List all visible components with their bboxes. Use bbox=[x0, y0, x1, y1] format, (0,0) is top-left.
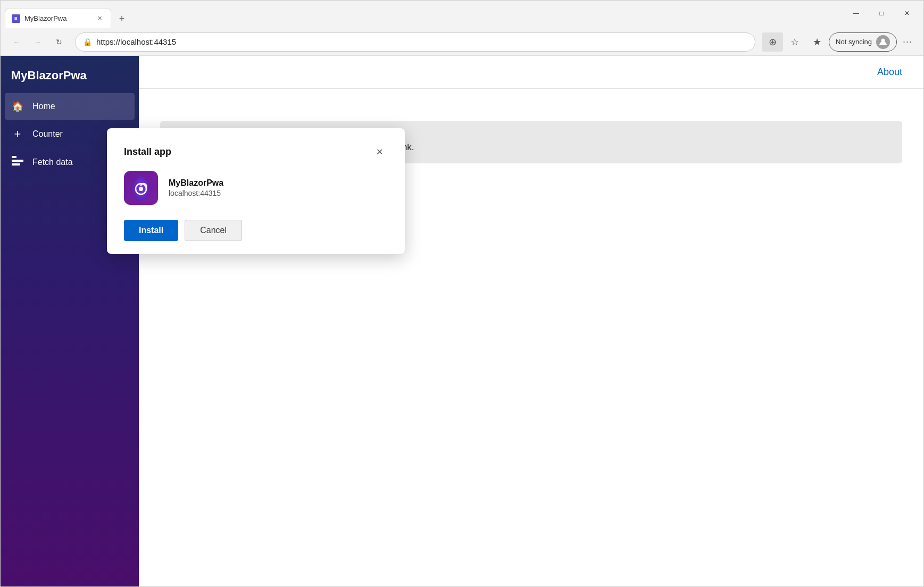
maximize-button[interactable]: □ bbox=[869, 5, 894, 22]
profile-avatar bbox=[876, 35, 890, 49]
not-syncing-label: Not syncing bbox=[836, 38, 872, 46]
app-details: MyBlazorPwa localhost:44315 bbox=[169, 178, 223, 197]
active-tab[interactable]: B MyBlazorPwa ✕ bbox=[5, 8, 111, 28]
tab-bar: B MyBlazorPwa ✕ + bbox=[5, 1, 844, 28]
dialog-app-info: MyBlazorPwa localhost:44315 bbox=[124, 171, 388, 205]
dialog-close-button[interactable]: ✕ bbox=[371, 143, 388, 160]
dialog-actions: Install Cancel bbox=[124, 220, 388, 241]
install-dialog: Install app ✕ bbox=[107, 128, 405, 254]
address-input[interactable]: 🔒 https://localhost:44315 bbox=[75, 32, 755, 52]
minimize-button[interactable]: — bbox=[844, 5, 868, 22]
toolbar-icons: ⊕ ☆ ★ Not syncing ··· bbox=[762, 32, 917, 52]
more-options-button[interactable]: ··· bbox=[898, 32, 917, 52]
forward-button[interactable]: → bbox=[28, 32, 47, 52]
not-syncing-button[interactable]: Not syncing bbox=[829, 32, 897, 52]
install-app-button[interactable]: ⊕ bbox=[762, 32, 783, 52]
tab-favicon: B bbox=[12, 14, 20, 23]
cancel-button[interactable]: Cancel bbox=[185, 220, 242, 241]
refresh-button[interactable]: ↻ bbox=[49, 32, 69, 52]
address-bar: ← → ↻ 🔒 https://localhost:44315 ⊕ ☆ ★ No… bbox=[1, 28, 923, 56]
dialog-app-name: MyBlazorPwa bbox=[169, 178, 223, 188]
favorites-button[interactable]: ☆ bbox=[784, 32, 805, 52]
new-tab-button[interactable]: + bbox=[113, 10, 130, 27]
url-text: https://localhost:44315 bbox=[96, 37, 747, 46]
tab-title: MyBlazorPwa bbox=[24, 14, 90, 22]
svg-point-5 bbox=[139, 187, 143, 191]
title-bar: B MyBlazorPwa ✕ + — □ ✕ bbox=[1, 1, 923, 28]
tab-close-button[interactable]: ✕ bbox=[95, 14, 104, 23]
back-button[interactable]: ← bbox=[7, 32, 26, 52]
install-button[interactable]: Install bbox=[124, 220, 178, 241]
dialog-app-url: localhost:44315 bbox=[169, 189, 223, 197]
browser-window: B MyBlazorPwa ✕ + — □ ✕ ← → ↻ 🔒 https://… bbox=[0, 0, 924, 587]
lock-icon: 🔒 bbox=[83, 38, 92, 46]
app-logo-svg bbox=[126, 173, 156, 203]
collections-button[interactable]: ★ bbox=[806, 32, 828, 52]
dialog-header: Install app ✕ bbox=[124, 143, 388, 160]
app-logo bbox=[124, 171, 158, 205]
close-window-button[interactable]: ✕ bbox=[895, 5, 919, 22]
dialog-title: Install app bbox=[124, 146, 171, 158]
dialog-overlay: Install app ✕ bbox=[1, 56, 923, 586]
window-controls: — □ ✕ bbox=[844, 5, 919, 24]
app-content: MyBlazorPwa 🏠 Home + Counter Fetch data bbox=[1, 56, 923, 586]
